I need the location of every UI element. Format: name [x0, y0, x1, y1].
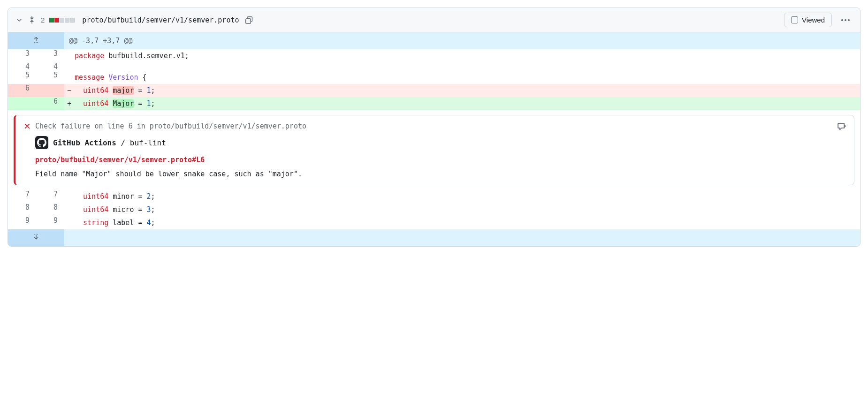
github-logo-icon: [37, 138, 46, 147]
line-number-new[interactable]: 9: [36, 216, 64, 229]
line-number-old[interactable]: 8: [8, 203, 36, 216]
viewed-toggle[interactable]: Viewed: [784, 13, 832, 27]
line-number-old[interactable]: 5: [8, 71, 36, 84]
code-line: uint64 micro = 3;: [64, 203, 860, 216]
annotation-app-name[interactable]: GitHub Actions / buf-lint: [53, 138, 166, 147]
line-number-old[interactable]: 7: [8, 190, 36, 203]
line-number-old[interactable]: 4: [8, 62, 36, 71]
expand-down-button[interactable]: [8, 229, 64, 246]
expand-all-icon[interactable]: [28, 16, 36, 24]
more-options-button[interactable]: [838, 16, 853, 24]
x-failure-icon: [24, 123, 30, 129]
deletion-marker: −: [67, 85, 71, 96]
line-number-new[interactable]: 8: [36, 203, 64, 216]
file-path[interactable]: proto/bufbuild/semver/v1/semver.proto: [82, 16, 239, 24]
line-number-new[interactable]: 4: [36, 62, 64, 71]
annotation-location-link[interactable]: proto/bufbuild/semver/v1/semver.proto#L6: [35, 156, 845, 164]
svg-point-5: [37, 234, 38, 235]
line-number-new[interactable]: 7: [36, 190, 64, 203]
diffstat-added: [49, 18, 54, 23]
diffstat-neutral: [70, 18, 75, 23]
diffstat-neutral: [65, 18, 69, 23]
code-line: uint64 minor = 2;: [64, 190, 860, 203]
line-number-old[interactable]: [8, 97, 36, 110]
code-line: + uint64 Major = 1;: [64, 97, 860, 110]
viewed-label: Viewed: [802, 16, 825, 24]
annotation-header: Check failure on line 6 in proto/bufbuil…: [24, 122, 845, 130]
file-diff-container: 2 proto/bufbuild/semver/v1/semver.proto …: [8, 8, 860, 247]
line-number-old[interactable]: 9: [8, 216, 36, 229]
line-number-new[interactable]: 3: [36, 49, 64, 62]
diff-row: 8 8 uint64 micro = 3;: [8, 203, 860, 216]
svg-point-4: [36, 234, 37, 235]
code-line: − uint64 major = 1;: [64, 84, 860, 97]
chevron-down-icon[interactable]: [15, 16, 23, 24]
resolve-conversation-icon[interactable]: [837, 122, 846, 131]
annotation-row: Check failure on line 6 in proto/bufbuil…: [8, 110, 860, 190]
hunk-header-text: @@ -3,7 +3,7 @@: [64, 32, 860, 49]
line-number-old[interactable]: 3: [8, 49, 36, 62]
diff-row: 3 3 package bufbuild.semver.v1;: [8, 49, 860, 62]
viewed-checkbox-icon: [791, 16, 798, 23]
github-app-avatar: [35, 136, 48, 149]
diff-row-addition: 6 + uint64 Major = 1;: [8, 97, 860, 110]
code-line: [64, 62, 860, 71]
file-header: 2 proto/bufbuild/semver/v1/semver.proto …: [8, 8, 860, 32]
svg-point-3: [34, 234, 35, 235]
copy-path-icon[interactable]: [245, 16, 253, 24]
diff-row: 4 4: [8, 62, 860, 71]
change-count: 2: [41, 16, 45, 24]
annotation-message: Field name "Major" should be lower_snake…: [35, 170, 845, 178]
diffstat-deleted: [54, 18, 59, 23]
code-line: string label = 4;: [64, 216, 860, 229]
line-number-new[interactable]: 6: [36, 97, 64, 110]
expand-down-icon: [32, 233, 40, 241]
check-annotation: Check failure on line 6 in proto/bufbuil…: [14, 115, 854, 185]
diff-row: 7 7 uint64 minor = 2;: [8, 190, 860, 203]
code-line: message Version {: [64, 71, 860, 84]
diff-row-deletion: 6 − uint64 major = 1;: [8, 84, 860, 97]
line-number-new[interactable]: 5: [36, 71, 64, 84]
line-number-old[interactable]: 6: [8, 84, 36, 97]
annotation-header-text: Check failure on line 6 in proto/bufbuil…: [35, 122, 306, 130]
svg-point-2: [37, 42, 38, 43]
diffstat-neutral: [60, 18, 64, 23]
svg-point-1: [36, 42, 37, 43]
addition-marker: +: [67, 98, 71, 109]
expand-down-row: [8, 229, 860, 246]
expand-up-icon: [32, 36, 40, 44]
diff-table: @@ -3,7 +3,7 @@ 3 3 package bufbuild.sem…: [8, 32, 860, 246]
svg-point-0: [34, 42, 35, 43]
line-number-new[interactable]: [36, 84, 64, 97]
hunk-header-row: @@ -3,7 +3,7 @@: [8, 32, 860, 49]
diff-row: 5 5 message Version {: [8, 71, 860, 84]
diff-row: 9 9 string label = 4;: [8, 216, 860, 229]
code-line: package bufbuild.semver.v1;: [64, 49, 860, 62]
diffstat-indicator: [49, 18, 75, 23]
expand-up-button[interactable]: [8, 32, 64, 49]
